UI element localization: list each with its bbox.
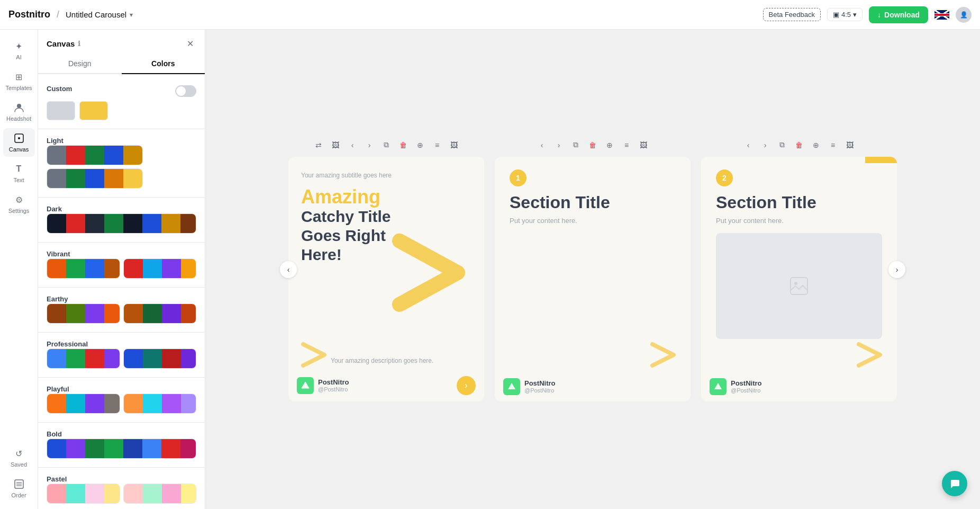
download-button[interactable]: ↓ Download	[869, 6, 928, 23]
svg-marker-9	[508, 383, 515, 389]
toolbar-prev-2[interactable]: ‹	[741, 138, 755, 152]
footer-handle-1: @PostNitro	[524, 387, 556, 394]
toolbar-next-btn[interactable]: ›	[362, 138, 376, 152]
toolbar-next-2[interactable]: ›	[758, 138, 772, 152]
color-section-playful: Playful	[38, 380, 205, 420]
svg-marker-12	[714, 383, 722, 389]
earthy-palette-2[interactable]	[123, 303, 197, 324]
light-group-1	[47, 145, 196, 165]
sidebar-label-canvas: Canvas	[9, 146, 29, 153]
professional-palette-2[interactable]	[123, 349, 197, 369]
headshot-icon	[13, 102, 25, 113]
tab-colors[interactable]: Colors	[122, 54, 205, 74]
sidebar-item-saved[interactable]: ↺ Saved	[3, 443, 35, 472]
custom-swatch-2[interactable]	[79, 101, 108, 120]
language-flag[interactable]	[934, 10, 949, 20]
toolbar-copy-2[interactable]: ⧉	[775, 138, 789, 152]
toolbar-image-btn[interactable]: 🖼	[329, 138, 342, 152]
slide-2-toolbar: ‹ › ⧉ 🗑 ⊕ ≡ 🖼	[741, 138, 857, 153]
ratio-selector[interactable]: ▣ 4:5 ▾	[827, 8, 863, 21]
topbar-separator: /	[57, 9, 59, 20]
slide-2-content: 2 Section Title Put your content here.	[701, 157, 897, 352]
sidebar-item-headshot[interactable]: Headshot	[3, 97, 35, 126]
toolbar-copy-btn[interactable]: ⧉	[379, 138, 393, 152]
custom-toggle[interactable]	[175, 85, 196, 97]
pastel-palette-2[interactable]	[123, 484, 197, 504]
playful-group-1	[47, 394, 196, 414]
slide-nav-left-cover[interactable]: ‹	[280, 261, 297, 278]
svg-point-2	[18, 137, 20, 139]
toolbar-prev-1[interactable]: ‹	[535, 138, 549, 152]
earthy-palette-1[interactable]	[47, 303, 120, 324]
document-title-group[interactable]: Untitled Carousel ▾	[66, 10, 133, 19]
toolbar-media-2[interactable]: 🖼	[843, 138, 857, 152]
toolbar-copy-1[interactable]: ⧉	[569, 138, 583, 152]
toolbar-delete-btn[interactable]: 🗑	[396, 138, 410, 152]
professional-palette-1[interactable]	[47, 349, 120, 369]
svg-point-11	[794, 282, 797, 285]
toolbar-prev-btn[interactable]: ‹	[346, 138, 359, 152]
tab-design[interactable]: Design	[38, 54, 122, 74]
color-section-professional: Professional	[38, 335, 205, 375]
slide-cover[interactable]: Your amazing subtitle goes here Amazing …	[288, 157, 484, 401]
sidebar-item-text[interactable]: T Text	[3, 159, 35, 187]
beta-feedback-button[interactable]: Beta Feedback	[763, 8, 821, 21]
footer-name-2: PostNitro	[731, 379, 762, 387]
footer-next-btn-cover[interactable]: ›	[457, 376, 476, 395]
canvas-area: ⇄ 🖼 ‹ › ⧉ 🗑 ⊕ ≡ 🖼	[205, 30, 980, 509]
slide-2-footer-left: PostNitro @PostNitro	[710, 378, 762, 395]
panel-header: Canvas ℹ ✕	[38, 30, 205, 54]
footer-logo-2	[710, 378, 727, 395]
pastel-palette-1[interactable]	[47, 484, 120, 504]
sidebar-label-saved: Saved	[11, 461, 27, 468]
toolbar-media-btn[interactable]: 🖼	[447, 138, 461, 152]
toolbar-menu-1[interactable]: ≡	[620, 138, 633, 152]
sidebar-item-ai[interactable]: ✦ AI	[3, 36, 35, 65]
panel-info-icon[interactable]: ℹ	[78, 40, 80, 48]
ai-icon: ✦	[13, 40, 25, 52]
pastel-group-1	[47, 484, 196, 504]
toolbar-add-1[interactable]: ⊕	[603, 138, 616, 152]
sidebar-item-order[interactable]: Order	[3, 474, 35, 503]
user-avatar[interactable]: 👤	[956, 7, 972, 23]
slide-nav-right-2[interactable]: ›	[888, 261, 905, 278]
sidebar-item-settings[interactable]: ⚙ Settings	[3, 190, 35, 218]
playful-palette-2[interactable]	[123, 394, 197, 414]
toolbar-next-1[interactable]: ›	[552, 138, 566, 152]
toolbar-delete-2[interactable]: 🗑	[792, 138, 806, 152]
bold-section-title: Bold	[47, 430, 62, 438]
toolbar-swap-btn[interactable]: ⇄	[312, 138, 325, 152]
chat-bubble[interactable]	[942, 471, 967, 496]
toolbar-media-1[interactable]: 🖼	[637, 138, 650, 152]
title-dropdown-chevron[interactable]: ▾	[130, 11, 133, 19]
dark-palette-1[interactable]	[47, 213, 196, 234]
custom-swatch-1[interactable]	[47, 101, 75, 120]
light-group-2	[47, 168, 196, 189]
slide-2-title: Section Title	[716, 193, 882, 212]
toolbar-delete-1[interactable]: 🗑	[586, 138, 600, 152]
vibrant-palette-2[interactable]	[123, 258, 197, 279]
toolbar-add-2[interactable]: ⊕	[809, 138, 823, 152]
sidebar-item-canvas[interactable]: Canvas	[3, 128, 35, 157]
svg-rect-10	[791, 278, 807, 294]
dark-group-1	[47, 213, 196, 234]
toolbar-add-btn[interactable]: ⊕	[413, 138, 427, 152]
slide-2-badge: 2	[716, 169, 733, 186]
light-palette-1[interactable]	[47, 145, 143, 165]
toolbar-menu-2[interactable]: ≡	[826, 138, 840, 152]
toolbar-menu-btn[interactable]: ≡	[430, 138, 444, 152]
light-palette-2[interactable]	[47, 168, 143, 189]
vibrant-palette-1[interactable]	[47, 258, 120, 279]
playful-section-title: Playful	[47, 385, 69, 393]
svg-marker-7	[302, 382, 309, 388]
slide-cover-wrapper: ⇄ 🖼 ‹ › ⧉ 🗑 ⊕ ≡ 🖼	[288, 138, 484, 401]
panel-close-button[interactable]: ✕	[184, 37, 196, 50]
playful-palette-1[interactable]	[47, 394, 120, 414]
footer-handle-2: @PostNitro	[731, 387, 762, 394]
sidebar-item-templates[interactable]: ⊞ Templates	[3, 67, 35, 95]
main-layout: ✦ AI ⊞ Templates Headshot Canvas	[0, 30, 980, 509]
slide-2[interactable]: 2 Section Title Put your content here.	[701, 157, 897, 401]
slide-1-body: Put your content here.	[510, 217, 676, 225]
bold-palette-1[interactable]	[47, 439, 196, 459]
slide-1[interactable]: 1 Section Title Put your content here.	[495, 157, 691, 401]
